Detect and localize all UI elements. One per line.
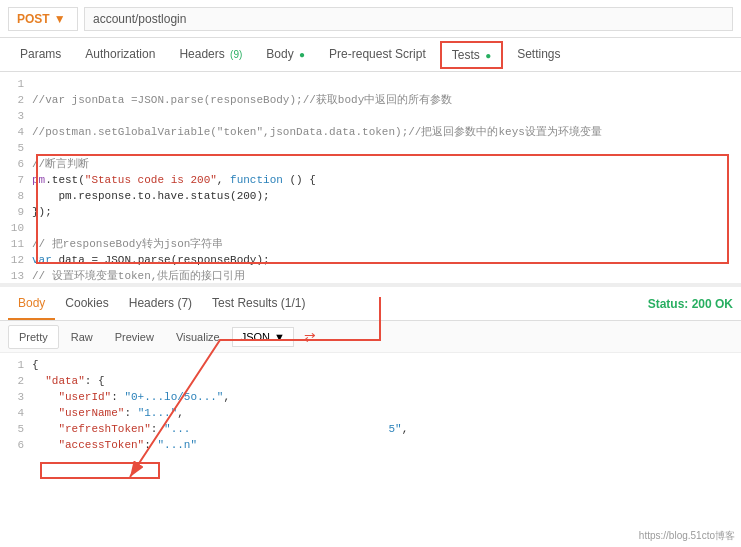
- response-tab-testresults[interactable]: Test Results (1/1): [202, 288, 315, 320]
- method-select[interactable]: POST ▼: [8, 7, 78, 31]
- format-icon[interactable]: ⇄: [304, 329, 316, 345]
- method-label: POST: [17, 12, 50, 26]
- tab-headers[interactable]: Headers (9): [167, 39, 254, 71]
- json-line-1: 1 {: [0, 357, 741, 373]
- code-editor: 1 2 //var jsonData =JSON.parse(responseB…: [0, 72, 741, 287]
- response-tabs: Body Cookies Headers (7) Test Results (1…: [0, 287, 741, 321]
- json-line-3: 3 "userId": "0+...lo/5o...",: [0, 389, 741, 405]
- code-line-7: 7 pm.test("Status code is 200", function…: [0, 172, 741, 188]
- json-line-6: 6 "accessToken": "...n": [0, 437, 741, 453]
- code-line-14: 14 pm.environment.set("accessToken", dat…: [0, 284, 741, 287]
- tab-tests[interactable]: Tests ●: [440, 41, 503, 69]
- method-chevron-icon: ▼: [54, 12, 66, 26]
- response-tab-cookies[interactable]: Cookies: [55, 288, 118, 320]
- response-tab-body[interactable]: Body: [8, 288, 55, 320]
- format-tab-pretty[interactable]: Pretty: [8, 325, 59, 349]
- response-panel: Body Cookies Headers (7) Test Results (1…: [0, 287, 741, 547]
- json-output: 1 { 2 "data": { 3 "userId": "0+...lo/5o.…: [0, 353, 741, 547]
- format-chevron-icon: ▼: [274, 331, 285, 343]
- code-line-5: 5: [0, 140, 741, 156]
- code-line-2: 2 //var jsonData =JSON.parse(responseBod…: [0, 92, 741, 108]
- watermark: https://blog.51cto博客: [639, 529, 735, 543]
- json-line-5: 5 "refreshToken": "... 5",: [0, 421, 741, 437]
- headers-badge: (9): [230, 49, 242, 60]
- format-tab-raw[interactable]: Raw: [61, 326, 103, 348]
- format-select[interactable]: JSON ▼: [232, 327, 294, 347]
- tab-prerequest[interactable]: Pre-request Script: [317, 39, 438, 71]
- response-status: Status: 200 OK: [648, 297, 733, 311]
- code-line-4: 4 //postman.setGlobalVariable("token",js…: [0, 124, 741, 140]
- tab-body[interactable]: Body ●: [254, 39, 317, 71]
- json-line-2: 2 "data": {: [0, 373, 741, 389]
- response-tab-headers[interactable]: Headers (7): [119, 288, 202, 320]
- code-line-9: 9 });: [0, 204, 741, 220]
- json-highlight-box: [40, 462, 160, 479]
- tab-params[interactable]: Params: [8, 39, 73, 71]
- code-line-8: 8 pm.response.to.have.status(200);: [0, 188, 741, 204]
- tests-dot: ●: [485, 50, 491, 61]
- tab-authorization[interactable]: Authorization: [73, 39, 167, 71]
- url-input[interactable]: [84, 7, 733, 31]
- format-tabs: Pretty Raw Preview Visualize JSON ▼ ⇄: [0, 321, 741, 353]
- code-line-12: 12 var data = JSON.parse(responseBody);: [0, 252, 741, 268]
- code-line-1: 1: [0, 76, 741, 92]
- format-tab-preview[interactable]: Preview: [105, 326, 164, 348]
- json-line-4: 4 "userName": "1...",: [0, 405, 741, 421]
- body-dot: ●: [299, 49, 305, 60]
- code-line-13: 13 // 设置环境变量token,供后面的接口引用: [0, 268, 741, 284]
- code-line-6: 6 //断言判断: [0, 156, 741, 172]
- code-line-10: 10: [0, 220, 741, 236]
- code-line-3: 3: [0, 108, 741, 124]
- request-tabs: Params Authorization Headers (9) Body ● …: [0, 38, 741, 72]
- code-line-11: 11 // 把responseBody转为json字符串: [0, 236, 741, 252]
- tab-settings[interactable]: Settings: [505, 39, 572, 71]
- url-bar: POST ▼: [0, 0, 741, 38]
- format-tab-visualize[interactable]: Visualize: [166, 326, 230, 348]
